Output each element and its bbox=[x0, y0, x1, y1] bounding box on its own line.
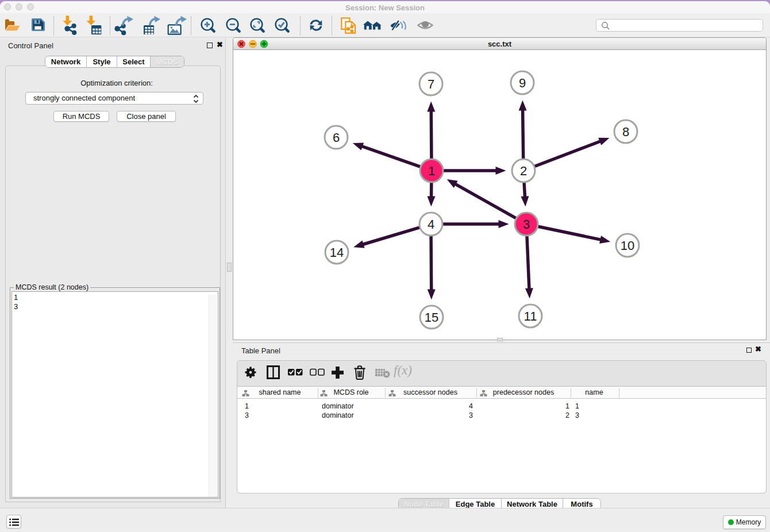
svg-text:8: 8 bbox=[622, 125, 629, 139]
svg-text:15: 15 bbox=[425, 310, 438, 325]
svg-text:6: 6 bbox=[333, 130, 340, 145]
svg-text:14: 14 bbox=[330, 245, 344, 260]
svg-text:10: 10 bbox=[621, 238, 634, 253]
svg-text:1: 1 bbox=[428, 164, 435, 178]
svg-text:2: 2 bbox=[520, 164, 527, 178]
svg-text:3: 3 bbox=[523, 217, 530, 232]
svg-text:11: 11 bbox=[524, 309, 537, 323]
svg-text:7: 7 bbox=[428, 77, 434, 91]
svg-text:4: 4 bbox=[428, 217, 434, 232]
svg-text:9: 9 bbox=[519, 76, 526, 90]
